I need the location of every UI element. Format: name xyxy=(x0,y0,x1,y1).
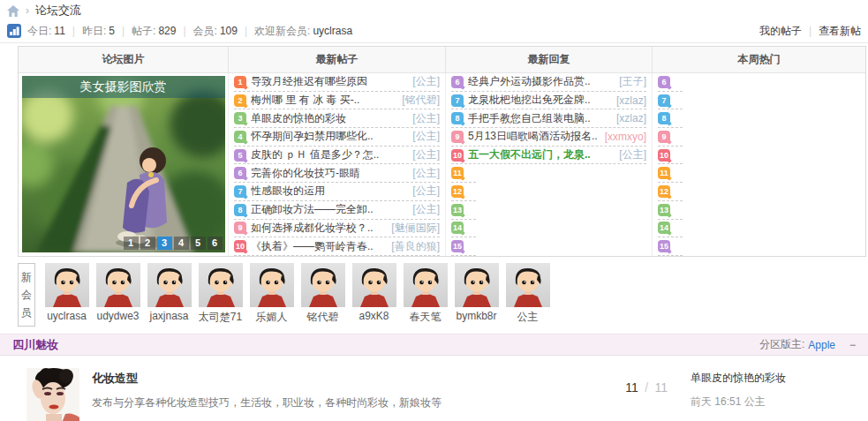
forum-title-link[interactable]: 化妆造型 xyxy=(92,371,579,387)
topic-title-link[interactable]: 《执着》——鹦哥岭青春.. xyxy=(251,239,388,254)
member-name-link[interactable]: jaxjnasa xyxy=(144,310,194,322)
member-card[interactable]: 乐媚人 xyxy=(246,263,297,325)
topic-title-link[interactable]: 正确卸妆方法——完全卸.. xyxy=(251,202,409,217)
topic-number-icon: 6 xyxy=(234,167,246,179)
member-card[interactable]: jaxjnasa xyxy=(144,263,194,325)
view-new-posts-link[interactable]: 查看新帖 xyxy=(819,24,861,39)
topic-title-link[interactable]: 五一大假不出远门，龙泉.. xyxy=(468,147,615,162)
slideshow-page-1[interactable]: 1 xyxy=(124,237,139,250)
topic-author-link[interactable]: [铭代碧] xyxy=(402,93,440,108)
topic-count: 11 xyxy=(625,380,638,395)
topic-author-link[interactable]: [xzlaz] xyxy=(616,112,646,124)
my-posts-link[interactable]: 我的帖子 xyxy=(759,24,802,39)
topic-author-link[interactable]: [公主] xyxy=(412,74,440,89)
member-avatar[interactable] xyxy=(45,263,89,307)
slideshow-pager: 123456 xyxy=(124,237,223,250)
member-avatar[interactable] xyxy=(455,263,499,307)
breadcrumb-section-link[interactable]: 论坛交流 xyxy=(35,3,81,19)
topic-number-icon: 3 xyxy=(234,112,246,124)
member-name-link[interactable]: 公主 xyxy=(502,310,553,325)
divider: | xyxy=(72,25,75,37)
member-avatar[interactable] xyxy=(96,263,140,307)
member-avatar[interactable] xyxy=(404,263,448,307)
collapse-toggle[interactable]: − xyxy=(849,339,856,351)
topic-row: 15 xyxy=(658,237,683,256)
member-name-link[interactable]: a9xK8 xyxy=(349,310,399,322)
topic-number-icon: 2 xyxy=(234,94,246,107)
topic-author-link[interactable]: [公主] xyxy=(412,166,440,181)
topic-title-link[interactable]: 经典户外运动摄影作品赏.. xyxy=(468,74,615,89)
member-avatar[interactable] xyxy=(301,263,345,307)
topic-author-link[interactable]: [xxmxyo] xyxy=(605,131,646,143)
member-card[interactable]: a9xK8 xyxy=(349,263,399,325)
member-avatar[interactable] xyxy=(250,263,294,307)
member-name-link[interactable]: bymkb8r xyxy=(451,310,502,322)
last-post-title-link[interactable]: 单眼皮的惊艳的彩妆 xyxy=(691,371,857,386)
member-card[interactable]: 铭代碧 xyxy=(298,263,348,325)
member-name-link[interactable]: uyclrasa xyxy=(42,310,92,322)
topic-author-link[interactable]: [善良的狼] xyxy=(391,239,440,254)
topic-author-link[interactable]: [公主] xyxy=(412,202,440,217)
welcome-user-link[interactable]: uyclrasa xyxy=(313,25,352,37)
topic-title-link[interactable]: 龙泉枇杷地挖出免死金牌.. xyxy=(468,93,613,108)
stat-label: 会员: xyxy=(193,25,217,37)
member-avatar[interactable] xyxy=(506,263,550,307)
topic-author-link[interactable]: [公主] xyxy=(412,147,440,162)
member-card[interactable]: bymkb8r xyxy=(451,263,502,325)
forum-picture-slideshow[interactable]: 美女摄影图欣赏 123456 xyxy=(22,76,225,252)
member-card[interactable]: 公主 xyxy=(502,263,553,325)
header-latest-replies: 最新回复 xyxy=(446,47,653,72)
member-name-link[interactable]: 太司楚71 xyxy=(195,310,245,325)
member-avatar[interactable] xyxy=(199,263,243,307)
topic-author-link[interactable]: [公主] xyxy=(412,129,440,144)
topic-number-icon: 8 xyxy=(451,112,464,124)
topic-title-link[interactable]: 如何选择成都化妆学校？.. xyxy=(251,221,388,236)
topic-author-link[interactable]: [公主] xyxy=(412,184,440,199)
member-name-link[interactable]: 铭代碧 xyxy=(298,310,348,325)
topic-author-link[interactable]: [王子] xyxy=(619,74,646,89)
topic-row: 6 xyxy=(658,73,683,92)
breadcrumb-separator: › xyxy=(26,4,29,17)
slideshow-page-5[interactable]: 5 xyxy=(191,237,206,250)
topic-title-link[interactable]: 皮肤的 ｐＨ 值是多少？怎.. xyxy=(251,147,409,162)
member-avatar[interactable] xyxy=(147,263,192,307)
forum-avatar[interactable] xyxy=(26,368,79,421)
slideshow-page-4[interactable]: 4 xyxy=(174,237,189,250)
topic-title-link[interactable]: 导致月经推迟有哪些原因 xyxy=(251,74,409,89)
members-list: uyclrasaudydwe3jaxjnasa太司楚71乐媚人铭代碧a9xK8春… xyxy=(42,263,554,325)
topic-title-link[interactable]: 梅州哪 里 有 冰 毒 买-.. xyxy=(251,93,398,108)
member-name-link[interactable]: 乐媚人 xyxy=(246,310,297,325)
breadcrumb: › 论坛交流 xyxy=(0,0,868,18)
topic-row: 14 xyxy=(451,220,476,238)
topic-title-link[interactable]: 怀孕期间孕妇禁用哪些化.. xyxy=(251,129,409,144)
section-title-link[interactable]: 四川魅妆 xyxy=(12,337,58,353)
member-card[interactable]: udydwe3 xyxy=(93,263,143,325)
home-icon[interactable] xyxy=(7,5,19,17)
topic-row: 1导致月经推迟有哪些原因[公主] xyxy=(234,73,440,92)
topic-title-link[interactable]: 手把手教您自己组装电脑.. xyxy=(468,111,613,126)
board-header-row: 论坛图片 最新帖子 最新回复 本周热门 xyxy=(19,47,865,73)
last-post-author-link[interactable]: 公主 xyxy=(744,395,766,408)
topic-author-link[interactable]: [公主] xyxy=(412,111,440,126)
topic-title-link[interactable]: 5月13日唱歌喝酒活动报名.. xyxy=(468,129,601,144)
member-card[interactable]: uyclrasa xyxy=(42,263,92,325)
topic-title-link[interactable]: 性感眼妆的运用 xyxy=(251,184,409,199)
slideshow-page-3[interactable]: 3 xyxy=(157,237,172,250)
topic-number-icon: 7 xyxy=(451,94,464,107)
stat-label: 帖子: xyxy=(132,25,155,37)
topic-title-link[interactable]: 单眼皮的惊艳的彩妆 xyxy=(251,111,409,126)
member-card[interactable]: 春天笔 xyxy=(400,263,450,325)
stats-bar: 今日:11|昨日:5|帖子:829|会员:109|欢迎新会员:uyclrasa … xyxy=(0,19,868,43)
latest-posts-cell: 1导致月经推迟有哪些原因[公主]2梅州哪 里 有 冰 毒 买-..[铭代碧]3单… xyxy=(229,73,446,256)
member-card[interactable]: 太司楚71 xyxy=(195,263,245,325)
member-name-link[interactable]: 春天笔 xyxy=(400,310,450,325)
topic-title-link[interactable]: 完善你的化妆技巧-眼睛 xyxy=(251,166,409,181)
moderator-link[interactable]: Apple xyxy=(808,339,835,351)
member-name-link[interactable]: udydwe3 xyxy=(93,310,143,322)
topic-author-link[interactable]: [魅俪国际] xyxy=(391,221,440,236)
topic-author-link[interactable]: [公主] xyxy=(619,147,646,162)
member-avatar[interactable] xyxy=(352,263,396,307)
slideshow-page-2[interactable]: 2 xyxy=(140,237,155,250)
topic-author-link[interactable]: [xzlaz] xyxy=(616,94,646,107)
slideshow-page-6[interactable]: 6 xyxy=(208,237,223,250)
